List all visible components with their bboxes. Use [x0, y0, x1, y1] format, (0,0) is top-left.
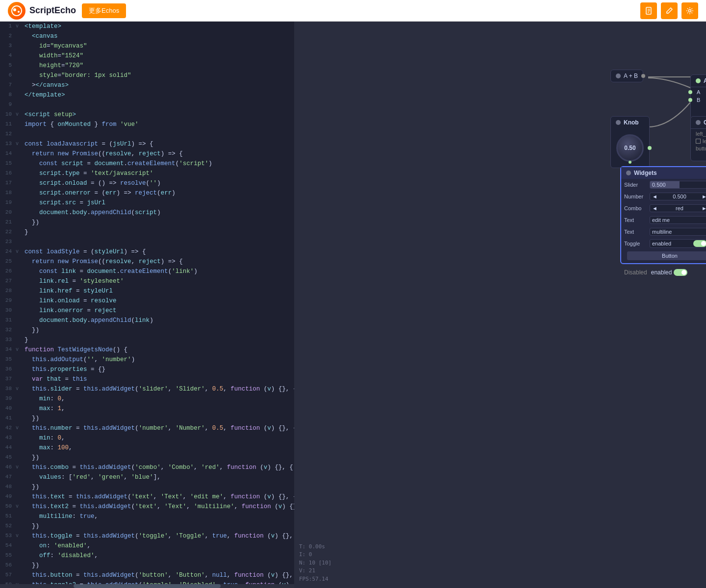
connections-svg — [294, 22, 706, 588]
code-line: 27 link.rel = 'stylesheet' — [0, 276, 294, 286]
port-right — [641, 74, 645, 78]
node-apb-main[interactable]: A + B A B + — [690, 74, 706, 119]
code-line: 12 — [0, 129, 294, 139]
code-editor[interactable]: 1 v <template> 2 <canvas 3 id="mycanvas"… — [0, 22, 294, 588]
node-gamepad[interactable]: Gamepad left_x_axis left_y_axis — [690, 116, 706, 161]
node-widgets[interactable]: Widgets Slider 0.500 Number ◄ 0.500 — [620, 166, 706, 264]
widget-slider-row: Slider 0.500 — [621, 179, 706, 191]
code-line: 57 this.button = this.addWidget('button'… — [0, 570, 294, 580]
code-line: 20 document.body.appendChild(script) — [0, 208, 294, 218]
code-line: 46 v this.combo = this.addWidget('combo'… — [0, 463, 294, 472]
widget-button[interactable]: Button — [627, 251, 706, 260]
header: ScriptEcho 更多Echos — [0, 0, 706, 22]
widget-combo-row: Combo ◄ red ► — [621, 202, 706, 214]
node-panel[interactable]: A + B A + B A B — [294, 22, 706, 588]
node-header: Widgets — [621, 167, 706, 179]
more-echos-button[interactable]: 更多Echos — [82, 3, 126, 18]
node-dot — [696, 78, 701, 83]
code-line: 5 height="720" — [0, 61, 294, 71]
node-header: Gamepad — [691, 117, 706, 128]
node-canvas: A + B A + B A B — [294, 22, 706, 588]
node-apb-input[interactable]: A + B — [610, 70, 643, 82]
logo-icon — [8, 2, 25, 20]
code-line: 19 script.src = jsUrl — [0, 198, 294, 208]
code-line: 44 max: 100, — [0, 443, 294, 453]
combo-prev[interactable]: ◄ — [652, 205, 657, 211]
node-dot — [616, 74, 621, 78]
number-label: Number — [624, 194, 648, 199]
code-line: 24 v const loadStyle = (styleUrl) => { — [0, 247, 294, 257]
code-line: 54 on: 'enabled', — [0, 541, 294, 551]
slider-label: Slider — [624, 182, 648, 188]
knob-dial[interactable]: 0.50 — [616, 134, 644, 162]
code-line: 36 this.properties = {} — [0, 365, 294, 374]
code-line: 41 }) — [0, 414, 294, 423]
header-left: ScriptEcho 更多Echos — [8, 2, 126, 20]
code-line: 34 v function TestWidgetsNode() { — [0, 345, 294, 355]
node-header: A + B — [691, 75, 706, 87]
code-line: 56 }) — [0, 561, 294, 570]
code-line: 49 this.text = this.addWidget('text', 'T… — [0, 492, 294, 502]
code-line: 17 script.onload = () => resolve('') — [0, 178, 294, 188]
widget-text1-row: Text edit me — [621, 214, 706, 226]
code-line: 33 } — [0, 335, 294, 345]
code-line: 37 var that = this — [0, 374, 294, 384]
code-line: 48 }) — [0, 482, 294, 492]
status-fps: FPS:57.14 — [299, 575, 331, 584]
code-line: 31 document.body.appendChild(link) — [0, 316, 294, 325]
code-line: 43 min: 0, — [0, 433, 294, 443]
node-title: A + B — [704, 77, 706, 84]
code-line: 50 v this.text2 = this.addWidget('text',… — [0, 502, 294, 512]
code-line: 9 — [0, 100, 294, 110]
document-button[interactable] — [640, 2, 657, 19]
code-line: 13 v const loadJavascript = (jsUrl) => { — [0, 139, 294, 149]
number-control[interactable]: ◄ 0.500 ► — [650, 193, 706, 200]
code-line: 32 }) — [0, 325, 294, 335]
code-line: 25 return new Promise((resolve, reject) … — [0, 257, 294, 267]
node-title: Gamepad — [704, 119, 706, 126]
code-line: 14 return new Promise((resolve, reject) … — [0, 149, 294, 159]
code-line: 1 v <template> — [0, 22, 294, 31]
svg-point-7 — [689, 9, 691, 12]
code-line: 7 ></canvas> — [0, 80, 294, 90]
settings-button[interactable] — [681, 2, 698, 19]
combo-label: Combo — [624, 205, 648, 211]
status-n: N: 10 [10] — [299, 559, 331, 567]
combo-next[interactable]: ► — [702, 205, 706, 211]
header-right — [640, 2, 698, 19]
edit-button[interactable] — [661, 2, 678, 19]
code-line: 18 script.onerror = (err) => reject(err) — [0, 188, 294, 198]
text2-control[interactable]: multiline — [650, 228, 706, 236]
combo-control[interactable]: ◄ red ► — [650, 204, 706, 212]
toggle-switch[interactable] — [693, 240, 706, 247]
code-line: 16 script.type = 'text/javascript' — [0, 169, 294, 178]
status-v: V: 21 — [299, 567, 331, 575]
code-line: 8 </template> — [0, 90, 294, 100]
number-increment[interactable]: ► — [702, 194, 706, 199]
node-knob[interactable]: Knob 0.50 — [610, 116, 650, 168]
toggle-control[interactable]: enabled — [650, 239, 706, 248]
disabled-toggle-switch[interactable] — [674, 269, 687, 276]
svg-point-1 — [13, 8, 16, 11]
widget-text2-row: Text multiline — [621, 226, 706, 238]
code-line: 40 max: 1, — [0, 404, 294, 414]
text1-control[interactable]: edit me — [650, 216, 706, 224]
disabled-val: enabled — [651, 269, 672, 276]
node-title: Widgets — [634, 170, 657, 176]
code-line: 6 style="border: 1px solid" — [0, 71, 294, 80]
logo: ScriptEcho — [8, 2, 76, 20]
code-line: 28 link.href = styleUrl — [0, 286, 294, 296]
logo-text: ScriptEcho — [29, 5, 76, 16]
status-t: T: 0.00s — [299, 543, 331, 551]
code-line: 53 v this.toggle = this.addWidget('toggl… — [0, 531, 294, 541]
number-decrement[interactable]: ◄ — [652, 194, 657, 199]
code-line: 23 — [0, 237, 294, 247]
code-line: 30 link.onerror = reject — [0, 306, 294, 316]
code-line: 22 } — [0, 227, 294, 237]
node-label: A + B — [624, 73, 638, 79]
disabled-toggle-row: Disabled enabled — [620, 268, 691, 277]
code-line: 42 v this.number = this.addWidget('numbe… — [0, 423, 294, 433]
slider-control[interactable]: 0.500 — [650, 181, 706, 189]
svg-point-2 — [18, 11, 20, 13]
text1-label: Text — [624, 217, 648, 223]
